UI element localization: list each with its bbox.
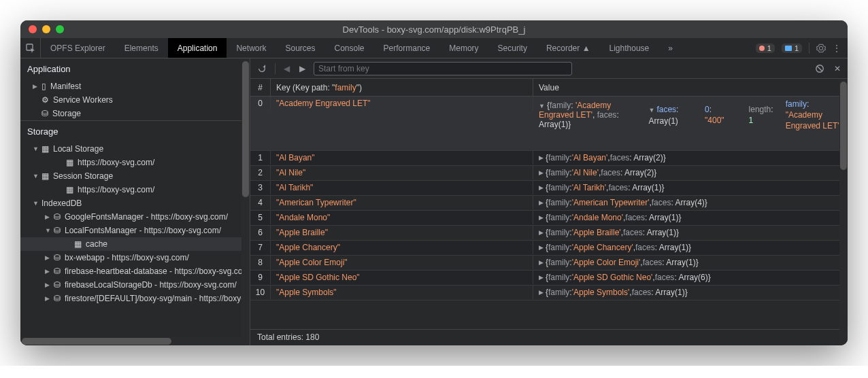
content-vscrollbar[interactable] <box>839 79 848 345</box>
tree-label: cache <box>86 239 107 249</box>
tab-network[interactable]: Network <box>227 38 276 58</box>
tree-label: firebaseLocalStorageDb - https://boxy-sv… <box>65 280 237 290</box>
tree-row[interactable]: ⛁firestore/[DEFAULT]/boxy-svg/main - htt… <box>20 292 250 305</box>
cell-index: 9 <box>250 271 271 284</box>
disclosure-triangle[interactable] <box>45 227 52 234</box>
tabbar: OPFS Explorer Elements Application Netwo… <box>20 38 848 58</box>
tab-recorder[interactable]: Recorder ▲ <box>537 38 600 58</box>
disclosure-triangle[interactable] <box>45 268 52 275</box>
message-badge[interactable]: 1 <box>782 44 802 53</box>
tree-row[interactable]: IndexedDB <box>20 196 250 210</box>
col-index-header[interactable]: # <box>250 79 271 96</box>
disclosure-triangle[interactable] <box>33 200 39 207</box>
cell-index: 1 <box>250 151 271 165</box>
tab-memory[interactable]: Memory <box>439 38 488 58</box>
tree-label: LocalFontsManager - https://boxy-svg.com… <box>65 226 221 235</box>
col-key-header[interactable]: Key (Key path: "family") <box>271 79 533 96</box>
sidebar-hthumb[interactable] <box>22 338 171 345</box>
titlebar: DevTools - boxy-svg.com/app/disk:w9PtrqP… <box>20 20 848 38</box>
tree-row[interactable]: ▦Local Storage <box>20 142 250 156</box>
tree-storage-app[interactable]: ⛁Storage <box>20 107 250 121</box>
disclosure-triangle[interactable] <box>45 213 52 220</box>
content: ◀ ▶ ✕ # Key (Key path: "family") Value 0… <box>250 58 848 345</box>
inspect-icon[interactable] <box>20 38 41 58</box>
tree-service-workers[interactable]: ⚙Service Workers <box>20 93 250 107</box>
tree-row[interactable]: ⛁bx-webapp - https://boxy-svg.com/ <box>20 251 250 264</box>
tree-label: GoogleFontsManager - https://boxy-svg.co… <box>65 212 228 222</box>
db-icon: ⛁ <box>54 267 61 276</box>
tab-lighthouse[interactable]: Lighthouse <box>600 38 659 58</box>
tree-row[interactable]: ▦cache <box>20 237 250 251</box>
db-icon: ⛁ <box>54 280 61 290</box>
cell-value: ▶{family: 'Apple Color Emoji', faces: Ar… <box>533 256 848 269</box>
table-row[interactable]: 1"Al Bayan"▶{family: 'Al Bayan', faces: … <box>250 151 848 166</box>
cell-value: ▼{family: 'Academy Engraved LET', faces:… <box>533 97 848 133</box>
cell-key: "Academy Engraved LET" <box>276 99 371 108</box>
sidebar-scroll[interactable]: Application ▯Manifest ⚙Service Workers ⛁… <box>20 58 250 337</box>
tree-row[interactable]: ▦Session Storage <box>20 169 250 183</box>
tab-security[interactable]: Security <box>488 38 537 58</box>
tree-label: Manifest <box>50 82 81 91</box>
tab-elements[interactable]: Elements <box>115 38 168 58</box>
tab-performance[interactable]: Performance <box>374 38 440 58</box>
table-body[interactable]: 0"Academy Engraved LET"▼{family: 'Academ… <box>250 97 848 329</box>
tree-row[interactable]: ⛁LocalFontsManager - https://boxy-svg.co… <box>20 224 250 237</box>
sidebar-vscrollbar[interactable] <box>241 58 250 345</box>
table-row[interactable]: 10"Apple Symbols"▶{family: 'Apple Symbol… <box>250 286 848 300</box>
table-row[interactable]: 3"Al Tarikh"▶{family: 'Al Tarikh', faces… <box>250 181 848 196</box>
content-vthumb[interactable] <box>840 82 847 170</box>
cell-index: 8 <box>250 256 271 269</box>
tab-sources[interactable]: Sources <box>276 38 324 58</box>
error-count: 1 <box>767 44 771 52</box>
refresh-icon[interactable] <box>256 63 268 75</box>
search-input[interactable] <box>314 62 572 75</box>
table-row[interactable]: 9"Apple SD Gothic Neo"▶{family: 'Apple S… <box>250 271 848 286</box>
table-row[interactable]: 8"Apple Color Emoji"▶{family: 'Apple Col… <box>250 256 848 271</box>
tree-manifest[interactable]: ▯Manifest <box>20 80 250 93</box>
settings-icon[interactable] <box>816 44 826 53</box>
kebab-icon[interactable]: ⋮ <box>833 44 841 53</box>
sidebar-hscrollbar[interactable] <box>20 337 250 345</box>
ban-icon[interactable] <box>814 63 826 75</box>
disclosure-triangle[interactable] <box>33 145 39 152</box>
tree-label: Local Storage <box>53 144 103 154</box>
disclosure-triangle[interactable] <box>45 295 52 302</box>
tree-row[interactable]: ▦https://boxy-svg.com/ <box>20 183 250 196</box>
table-header: # Key (Key path: "family") Value <box>250 79 848 97</box>
table-row[interactable]: 2"Al Nile"▶{family: 'Al Nile', faces: Ar… <box>250 166 848 181</box>
disclosure-triangle[interactable] <box>45 254 52 261</box>
table-row[interactable]: 5"Andale Mono"▶{family: 'Andale Mono', f… <box>250 211 848 226</box>
close-icon[interactable]: ✕ <box>833 63 842 75</box>
table-row[interactable]: 6"Apple Braille"▶{family: 'Apple Braille… <box>250 226 848 241</box>
tree-row[interactable]: ▦https://boxy-svg.com/ <box>20 156 250 169</box>
table-row[interactable]: 0"Academy Engraved LET"▼{family: 'Academ… <box>250 97 848 151</box>
prev-icon[interactable]: ◀ <box>282 63 291 75</box>
window-title: DevTools - boxy-svg.com/app/disk:w9PtrqP… <box>20 24 848 35</box>
tab-application[interactable]: Application <box>168 38 227 58</box>
next-icon[interactable]: ▶ <box>298 63 307 75</box>
cell-value: ▶{family: 'Apple SD Gothic Neo', faces: … <box>533 271 848 284</box>
cell-value: ▶{family: 'Apple Symbols', faces: Array(… <box>533 286 848 299</box>
tab-opfs-explorer[interactable]: OPFS Explorer <box>41 38 115 58</box>
overflow-icon[interactable]: » <box>658 38 682 58</box>
cell-index: 6 <box>250 226 271 239</box>
sidebar-vthumb[interactable] <box>242 61 249 197</box>
db-icon: ⛁ <box>54 226 61 235</box>
disclosure-triangle[interactable] <box>45 281 52 288</box>
cell-key: "Al Bayan" <box>276 153 315 162</box>
col-value-header[interactable]: Value <box>533 79 848 96</box>
tree-label: bx-webapp - https://boxy-svg.com/ <box>65 253 189 262</box>
tree-label: https://boxy-svg.com/ <box>78 158 154 167</box>
disclosure-triangle[interactable] <box>33 173 39 179</box>
table-row[interactable]: 4"American Typewriter"▶{family: 'America… <box>250 196 848 211</box>
table-row[interactable]: 7"Apple Chancery"▶{family: 'Apple Chance… <box>250 241 848 256</box>
tab-console[interactable]: Console <box>325 38 374 58</box>
section-application: Application <box>20 58 250 80</box>
tree-row[interactable]: ⛁firebase-heartbeat-database - https://b… <box>20 264 250 278</box>
cell-index: 3 <box>250 181 271 194</box>
cell-value: ▶{family: 'Al Bayan', faces: Array(2)} <box>533 151 848 165</box>
tree-row[interactable]: ⛁GoogleFontsManager - https://boxy-svg.c… <box>20 210 250 224</box>
db-icon: ⛁ <box>54 294 61 303</box>
error-badge[interactable]: 1 <box>756 44 775 53</box>
tree-row[interactable]: ⛁firebaseLocalStorageDb - https://boxy-s… <box>20 278 250 292</box>
